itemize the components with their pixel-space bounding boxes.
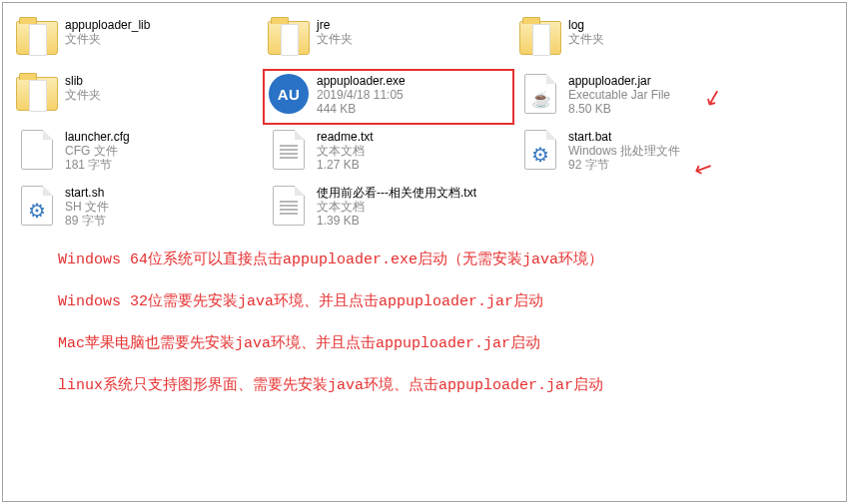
file-name: appuploader.jar [568, 74, 670, 88]
file-name: log [568, 18, 604, 32]
file-meta: Executable Jar File [568, 88, 670, 102]
jar-icon [518, 72, 562, 116]
file-meta: 文件夹 [65, 88, 101, 102]
file-name: 使用前必看---相关使用文档.txt [317, 186, 476, 200]
file-name: slib [65, 74, 101, 88]
file-meta2: 89 字节 [65, 214, 109, 228]
folder-icon [15, 72, 59, 116]
folder-icon [518, 16, 562, 60]
file-meta: SH 文件 [65, 200, 109, 214]
file-name: launcher.cfg [65, 130, 130, 144]
shell-file-icon [15, 184, 59, 228]
note-line: Mac苹果电脑也需要先安装java环境、并且点击appuploader.jar启… [58, 332, 806, 356]
instruction-notes: Windows 64位系统可以直接点击appuploader.exe启动（无需安… [3, 249, 846, 398]
file-meta2: 181 字节 [65, 158, 130, 172]
file-meta: 文件夹 [65, 32, 150, 46]
file-meta2: 8.50 KB [568, 102, 670, 116]
file-item-start-bat[interactable]: start.bat Windows 批处理文件 92 字节 [514, 125, 766, 181]
text-file-icon [267, 128, 311, 172]
file-meta2: 444 KB [317, 102, 406, 116]
file-item-readme-txt[interactable]: readme.txt 文本文档 1.27 KB [263, 125, 514, 181]
file-meta: 文件夹 [317, 32, 353, 46]
file-name: appuploader_lib [65, 18, 150, 32]
explorer-window: appuploader_lib 文件夹 jre 文件夹 log 文件夹 [2, 2, 847, 502]
file-meta: 文本文档 [317, 144, 374, 158]
file-item-log[interactable]: log 文件夹 [514, 13, 766, 69]
text-file-icon [267, 184, 311, 228]
file-meta: Windows 批处理文件 [568, 144, 680, 158]
file-name: readme.txt [317, 130, 374, 144]
file-item-appuploader-jar[interactable]: appuploader.jar Executable Jar File 8.50… [514, 69, 766, 125]
file-item-appuploader-lib[interactable]: appuploader_lib 文件夹 [11, 13, 263, 69]
batch-file-icon [518, 128, 562, 172]
note-line: Windows 64位系统可以直接点击appuploader.exe启动（无需安… [58, 249, 806, 272]
file-meta2: 92 字节 [568, 158, 680, 172]
file-item-docs-txt[interactable]: 使用前必看---相关使用文档.txt 文本文档 1.39 KB [263, 181, 514, 237]
file-item-start-sh[interactable]: start.sh SH 文件 89 字节 [11, 181, 263, 237]
folder-icon [267, 16, 311, 60]
file-icon [15, 128, 59, 172]
file-name: start.bat [568, 130, 680, 144]
file-name: start.sh [65, 186, 109, 200]
file-name: jre [317, 18, 353, 32]
file-item-jre[interactable]: jre 文件夹 [263, 13, 514, 69]
file-item-slib[interactable]: slib 文件夹 [11, 69, 263, 125]
file-meta: 文件夹 [568, 32, 604, 46]
file-item-appuploader-exe[interactable]: AU appuploader.exe 2019/4/18 11:05 444 K… [263, 69, 514, 125]
file-item-launcher-cfg[interactable]: launcher.cfg CFG 文件 181 字节 [11, 125, 263, 181]
file-meta2: 1.27 KB [317, 158, 374, 172]
file-meta2: 1.39 KB [317, 214, 476, 228]
au-icon: AU [267, 72, 311, 116]
file-meta: CFG 文件 [65, 144, 130, 158]
file-name: appuploader.exe [317, 74, 406, 88]
note-line: Windows 32位需要先安装java环境、并且点击appuploader.j… [58, 290, 806, 314]
file-meta: 2019/4/18 11:05 [317, 88, 406, 102]
note-line: linux系统只支持图形界面、需要先安装java环境、点击appuploader… [58, 374, 806, 398]
file-meta: 文本文档 [317, 200, 476, 214]
folder-icon [15, 16, 59, 60]
file-list: appuploader_lib 文件夹 jre 文件夹 log 文件夹 [3, 3, 846, 237]
